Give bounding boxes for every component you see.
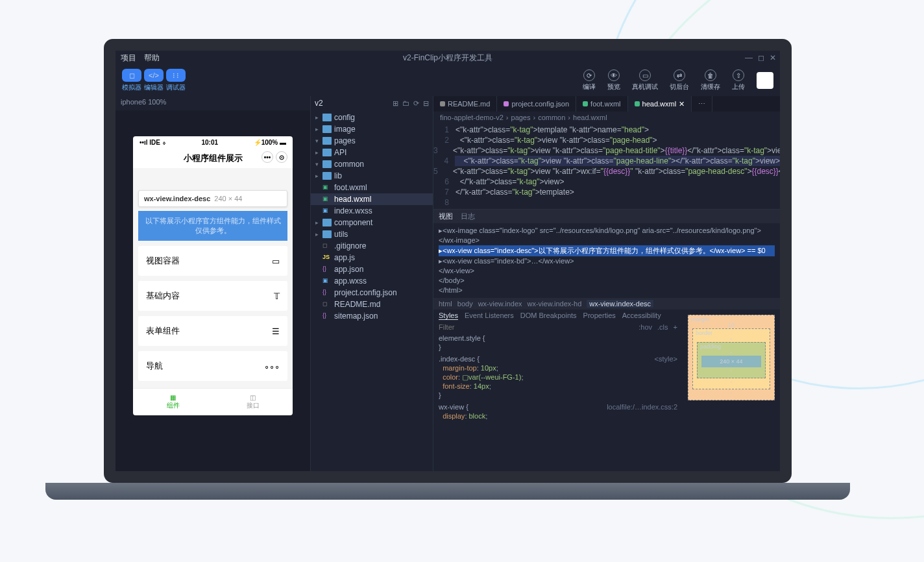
menubar: 项目 帮助 v2-FinClip小程序开发工具 — ◻ ✕ (116, 51, 780, 65)
inspect-tooltip: wx-view.index-desc240 × 44 (138, 190, 287, 207)
tab-component[interactable]: ▦组件 (133, 389, 213, 415)
status-signal: ••ıl IDE ⬨ (140, 139, 166, 146)
action-remote[interactable]: ▭真机调试 (632, 69, 658, 92)
simulator-panel: iphone6 100% ••ıl IDE ⬨ 10:01 ⚡100% ▬ 小程… (116, 96, 310, 471)
styles-filter-input[interactable] (439, 323, 633, 331)
tab-head[interactable]: head.wxml✕ (628, 96, 692, 112)
phone-preview: ••ıl IDE ⬨ 10:01 ⚡100% ▬ 小程序组件展示 •••⊙ wx… (133, 136, 293, 415)
close-tab-icon[interactable]: ✕ (679, 100, 685, 108)
devtools-tab-log[interactable]: 日志 (461, 212, 475, 221)
folder-config[interactable]: ▸config (311, 112, 433, 123)
capsule-more-icon[interactable]: ••• (261, 151, 273, 163)
window-title: v2-FinClip小程序开发工具 (403, 53, 492, 64)
subtab-listeners[interactable]: Event Listeners (465, 312, 514, 320)
code-editor[interactable]: 1<"k-attr">class="k-tag">template "k-att… (433, 123, 780, 209)
file-sitemap[interactable]: {}sitemap.json (311, 310, 433, 322)
capsule-close-icon[interactable]: ⊙ (276, 151, 287, 163)
css-rule[interactable]: wx-view {localfile:/…index.css:2 display… (433, 401, 683, 422)
folder-utils[interactable]: ▸utils (311, 228, 433, 240)
file-foot[interactable]: ▣foot.wxml (311, 182, 433, 193)
ide-app: 项目 帮助 v2-FinClip小程序开发工具 — ◻ ✕ ◻模拟器 </>编辑… (116, 51, 780, 471)
action-cache[interactable]: 🗑清缓存 (701, 69, 720, 92)
refresh-icon[interactable]: ⟳ (413, 99, 419, 108)
menu-project[interactable]: 项目 (121, 53, 136, 64)
subtab-a11y[interactable]: Accessibility (622, 312, 661, 320)
mode-debugger[interactable]: ⫶⫶调试器 (166, 69, 186, 92)
tab-projconfig[interactable]: project.config.json (497, 96, 576, 112)
action-background[interactable]: ⇄切后台 (670, 69, 689, 92)
subtab-dom[interactable]: DOM Breakpoints (520, 312, 577, 320)
elements-tree[interactable]: ▸<wx-image class="index-logo" src="../re… (433, 223, 780, 298)
project-name: v2 (315, 99, 323, 108)
element-path[interactable]: htmlbodywx-view.indexwx-view.index-hdwx-… (433, 298, 780, 310)
action-compile[interactable]: ⟳编译 (583, 69, 596, 92)
file-appjson[interactable]: {}app.json (311, 263, 433, 275)
laptop-mockup: 项目 帮助 v2-FinClip小程序开发工具 — ◻ ✕ ◻模拟器 </>编辑… (104, 39, 792, 500)
action-upload[interactable]: ⇧上传 (732, 69, 745, 92)
file-appjs[interactable]: JSapp.js (311, 252, 433, 263)
editor-tabs: README.md project.config.json foot.wxml … (433, 96, 780, 112)
avatar[interactable] (757, 72, 773, 89)
list-item[interactable]: 导航∘∘∘ (138, 351, 287, 381)
file-appwxss[interactable]: ▣app.wxss (311, 275, 433, 287)
status-battery: ⚡100% ▬ (254, 139, 286, 146)
menu-help[interactable]: 帮助 (144, 53, 160, 64)
status-time: 10:01 (201, 139, 218, 146)
folder-lib[interactable]: ▸lib (311, 170, 433, 182)
nav-icon: ∘∘∘ (264, 361, 280, 371)
devtools: 视图 日志 ▸<wx-image class="index-logo" src=… (433, 209, 780, 471)
devtools-tab-elements[interactable]: 视图 (439, 212, 453, 221)
hov-toggle[interactable]: :hov (638, 323, 652, 331)
text-icon: 𝕋 (274, 291, 280, 301)
form-icon: ☰ (272, 326, 280, 336)
subtab-styles[interactable]: Styles (439, 312, 458, 320)
list-item[interactable]: 表单组件☰ (138, 316, 287, 346)
css-rule[interactable]: element.style {} (433, 332, 683, 353)
mode-simulator[interactable]: ◻模拟器 (122, 69, 141, 92)
folder-common[interactable]: ▾common (311, 158, 433, 170)
cls-toggle[interactable]: .cls (657, 323, 668, 331)
file-head[interactable]: ▣head.wxml (311, 193, 433, 205)
toolbar: ◻模拟器 </>编辑器 ⫶⫶调试器 ⟳编译 👁预览 ▭真机调试 ⇄切后台 🗑清缓… (116, 65, 780, 96)
box-model: margin10 border- padding- 240 × 44 - - - (683, 310, 780, 471)
close-icon[interactable]: ✕ (770, 53, 776, 62)
file-explorer: v2 ⊞🗀⟳⊟ ▸config ▸image ▾pages ▸API ▾comm… (310, 96, 433, 471)
css-rule[interactable]: .index-desc {<style> margin-top: 10px; c… (433, 353, 683, 401)
tab-readme[interactable]: README.md (433, 96, 497, 112)
highlighted-element: 以下将展示小程序官方组件能力，组件样式仅供参考。 (138, 211, 287, 241)
new-folder-icon[interactable]: 🗀 (402, 99, 409, 108)
device-label: iphone6 100% (116, 96, 310, 110)
container-icon: ▭ (272, 256, 280, 266)
file-indexwxss[interactable]: ▣index.wxss (311, 205, 433, 217)
folder-api[interactable]: ▸API (311, 147, 433, 158)
list-item[interactable]: 基础内容𝕋 (138, 281, 287, 311)
folder-pages[interactable]: ▾pages (311, 135, 433, 147)
page-title: 小程序组件展示 (184, 153, 243, 163)
mode-editor[interactable]: </>编辑器 (144, 69, 164, 92)
list-item[interactable]: 视图容器▭ (138, 246, 287, 276)
folder-component[interactable]: ▸component (311, 217, 433, 228)
action-preview[interactable]: 👁预览 (607, 69, 620, 92)
subtab-props[interactable]: Properties (583, 312, 616, 320)
collapse-icon[interactable]: ⊟ (423, 99, 429, 108)
chip-icon: ◫ (250, 394, 256, 401)
tab-api[interactable]: ◫接口 (213, 389, 293, 415)
file-gitignore[interactable]: ◻.gitignore (311, 240, 433, 252)
tab-foot[interactable]: foot.wxml (576, 96, 627, 112)
breadcrumb: fino-applet-demo-v2›pages›common›head.wx… (433, 112, 780, 123)
add-rule-icon[interactable]: + (674, 323, 677, 331)
grid-icon: ▦ (170, 394, 176, 401)
new-file-icon[interactable]: ⊞ (393, 99, 398, 108)
folder-image[interactable]: ▸image (311, 123, 433, 135)
file-projconfig[interactable]: {}project.config.json (311, 287, 433, 299)
minimize-icon[interactable]: — (745, 53, 753, 62)
maximize-icon[interactable]: ◻ (758, 53, 764, 62)
editor-panel: README.md project.config.json foot.wxml … (433, 96, 780, 471)
tab-overflow[interactable]: ⋯ (692, 96, 712, 112)
file-readme[interactable]: ◻README.md (311, 299, 433, 310)
